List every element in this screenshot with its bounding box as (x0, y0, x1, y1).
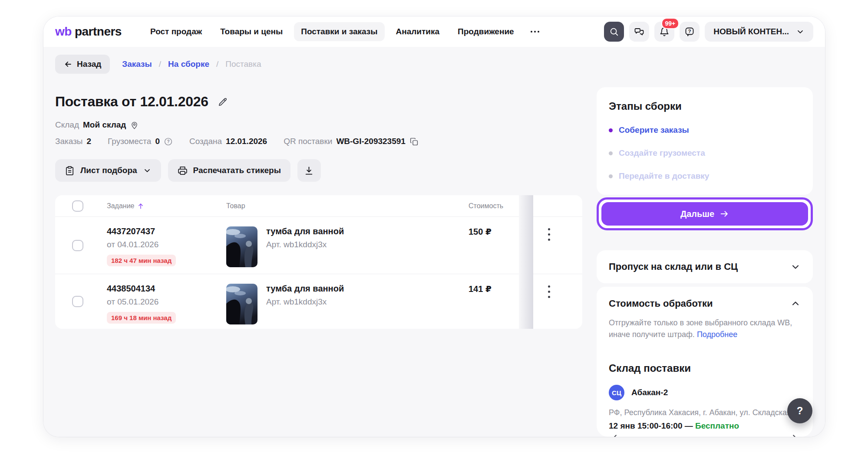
question-mark-icon: ? (797, 405, 803, 417)
warehouse-value: Мой склад (83, 120, 126, 130)
page-content: Назад Заказы / На сборке / Поставка Пост… (43, 47, 825, 437)
printer-icon (178, 166, 188, 176)
column-header-price: Стоимость (469, 202, 519, 210)
product-article: Арт. wb1kddxj3x (266, 297, 344, 307)
download-button[interactable] (297, 159, 321, 182)
product-image (226, 226, 257, 267)
nav-more-icon[interactable] (525, 31, 545, 33)
product-name: тумба для ванной (266, 284, 344, 294)
stage-hand-to-delivery: Передайте в доставку (609, 170, 801, 182)
support-help-button[interactable]: ? (787, 398, 812, 423)
product-article: Арт. wb1kddxj3x (266, 240, 344, 249)
top-bar: wb partners Рост продаж Товары и цены По… (43, 16, 825, 47)
logo-name: partners (75, 25, 122, 39)
row-checkbox[interactable] (72, 240, 83, 251)
table-scroll-shadow (519, 195, 533, 329)
svg-text:?: ? (167, 139, 169, 144)
logo-mark: wb (55, 25, 72, 39)
cargo-value: 0 (155, 137, 160, 146)
next-slot-arrow[interactable] (785, 431, 800, 437)
top-bar-actions: 99+ ? НОВЫЙ КОНТЕН... (604, 22, 813, 42)
search-icon (609, 27, 619, 36)
nav-item-supplies-orders[interactable]: Поставки и заказы (294, 22, 384, 41)
back-button-label: Назад (77, 59, 101, 69)
stage-pending-dot (609, 151, 613, 155)
row-menu-kebab-icon[interactable] (546, 226, 582, 242)
copy-icon[interactable] (409, 137, 419, 146)
nav-item-analytics[interactable]: Аналитика (389, 22, 447, 41)
content-switcher[interactable]: НОВЫЙ КОНТЕН... (705, 22, 813, 42)
chats-button[interactable] (629, 22, 649, 42)
nav-item-goods-prices[interactable]: Товары и цены (213, 22, 290, 41)
content-switcher-label: НОВЫЙ КОНТЕН... (713, 27, 789, 36)
main-nav: Рост продаж Товары и цены Поставки и зак… (143, 22, 545, 41)
processing-cost-header[interactable]: Стоимость обработки (609, 298, 801, 309)
orders-value: 2 (87, 137, 92, 146)
breadcrumb-assembling[interactable]: На сборке (168, 59, 209, 69)
supply-warehouse-title: Склад поставки (609, 362, 801, 374)
product-image (226, 284, 257, 324)
arrow-left-icon (64, 60, 73, 69)
location-pin-icon (130, 121, 139, 130)
clipboard-icon (65, 166, 75, 176)
edit-title-pencil-icon[interactable] (217, 96, 228, 108)
nav-item-promotion[interactable]: Продвижение (451, 22, 521, 41)
task-date: от 05.01.2026 (107, 297, 226, 307)
chevron-down-icon (790, 262, 801, 272)
assembly-stages-title: Этапы сборки (609, 100, 801, 112)
warehouse-label: Склад (55, 120, 79, 130)
wb-partners-logo[interactable]: wb partners (55, 25, 122, 39)
delivery-slot: 12 янв 15:00-16:00 — (609, 421, 693, 430)
download-icon (304, 166, 314, 176)
notification-count-badge: 99+ (661, 18, 680, 29)
row-checkbox[interactable] (72, 296, 83, 307)
pick-list-label: Лист подбора (80, 166, 137, 175)
orders-label: Заказы (55, 137, 83, 146)
next-button[interactable]: Дальше (601, 202, 808, 226)
search-button[interactable] (604, 22, 624, 42)
column-header-task[interactable]: Задание (107, 202, 226, 210)
cargo-label: Грузоместа (108, 137, 151, 146)
print-stickers-label: Распечатать стикеры (193, 166, 281, 175)
created-label: Создана (189, 137, 222, 146)
chevron-down-icon (796, 27, 805, 36)
question-bubble-icon: ? (684, 26, 695, 37)
nav-item-sales-growth[interactable]: Рост продаж (143, 22, 209, 41)
question-circle-icon[interactable]: ? (164, 137, 173, 146)
overdue-badge: 169 ч 18 мин назад (107, 312, 176, 324)
breadcrumb-orders[interactable]: Заказы (122, 59, 152, 69)
stage-pending-dot (609, 174, 613, 178)
table-row: 4438504134 от 05.01.2026 169 ч 18 мин на… (55, 274, 519, 329)
help-bubble-button[interactable]: ? (680, 22, 700, 42)
chat-bubbles-icon (634, 26, 644, 37)
task-date: от 04.01.2026 (107, 240, 226, 249)
processing-cost-card: Стоимость обработки Отгружайте только в … (597, 287, 813, 437)
back-button[interactable]: Назад (55, 55, 110, 74)
row-menu-kebab-icon[interactable] (546, 284, 582, 300)
processing-cost-title: Стоимость обработки (609, 298, 713, 309)
slot-price-free: Бесплатно (695, 421, 739, 430)
prev-slot-arrow[interactable] (610, 431, 624, 437)
overdue-badge: 182 ч 47 мин назад (107, 255, 176, 266)
select-all-checkbox[interactable] (72, 200, 83, 212)
created-value: 12.01.2026 (226, 137, 267, 146)
warehouse-pass-section[interactable]: Пропуск на склад или в СЦ (597, 250, 813, 283)
stage-active-dot (609, 128, 613, 132)
task-id: 4437207437 (107, 226, 226, 236)
pick-list-button[interactable]: Лист подбора (55, 159, 161, 182)
product-name: тумба для ванной (266, 226, 344, 236)
qr-value: WB-GI-209323591 (336, 137, 405, 146)
breadcrumb-separator: / (159, 59, 161, 69)
breadcrumb-separator: / (216, 59, 218, 69)
stage-collect-orders: Соберите заказы (609, 124, 801, 136)
notifications-button[interactable]: 99+ (654, 22, 674, 42)
table-row: 4437207437 от 04.01.2026 182 ч 47 мин на… (55, 217, 519, 274)
qr-label: QR поставки (284, 137, 332, 146)
details-link[interactable]: Подробнее (697, 330, 737, 339)
price-value: 141 ₽ (469, 274, 519, 329)
task-id: 4438504134 (107, 284, 226, 294)
breadcrumb: Назад Заказы / На сборке / Поставка (55, 55, 813, 74)
arrow-right-icon (719, 209, 729, 219)
breadcrumb-current: Поставка (225, 59, 261, 69)
print-stickers-button[interactable]: Распечатать стикеры (168, 159, 290, 182)
